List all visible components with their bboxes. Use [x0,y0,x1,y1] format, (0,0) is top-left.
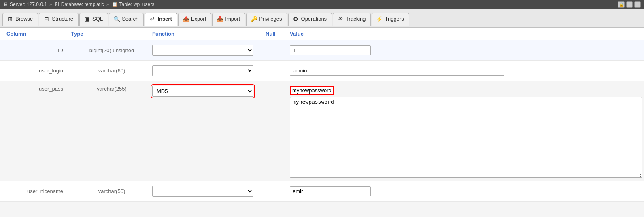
tab-privileges[interactable]: 🔑Privileges [246,13,287,26]
tab-search[interactable]: 🔍Search [109,13,144,26]
col-header-function: Function [152,31,266,37]
row-id-value-cell [290,45,638,55]
tab-sql[interactable]: ▣SQL [79,13,108,26]
row-user-login-value-cell [290,66,638,76]
row-user-login-value-input[interactable] [290,66,504,76]
tab-browse-label: Browse [15,16,33,22]
server-icon: 🖥 [3,2,8,7]
tab-import-label: Import [225,16,240,22]
privileges-icon: 🔑 [251,16,257,22]
row-user-nicename-value-cell [290,186,638,196]
col-header-null: Null [266,31,290,37]
row-user-pass-function-select[interactable]: NONEMD5AES_ENCRYPTSHA1SHA2PASSWORDENCRYP… [152,86,253,97]
row-user-login-function-cell: NONEMD5AES_ENCRYPTSHA1SHA2PASSWORDENCRYP… [152,65,266,76]
tab-structure[interactable]: ⊟Structure [39,13,79,26]
insert-icon: ↵ [149,16,155,22]
rows-container: IDbigint(20) unsignedNONEMD5AES_ENCRYPTS… [0,40,644,202]
search-icon: 🔍 [113,16,120,22]
row-user-pass-value-textarea[interactable] [290,97,642,178]
tab-operations-label: Operations [301,16,327,22]
row-user-pass-type: varchar(255) [71,86,152,92]
row-user-login-function-select[interactable]: NONEMD5AES_ENCRYPTSHA1SHA2PASSWORDENCRYP… [152,65,253,76]
tab-structure-label: Structure [52,16,73,22]
tab-insert-label: Insert [157,16,172,22]
tab-sql-label: SQL [92,16,103,22]
row-id-value-input[interactable] [290,45,371,55]
tab-bar: ⊞Browse⊟Structure▣SQL🔍Search↵Insert📤Expo… [0,9,644,28]
close-button[interactable]: ✕ [634,1,641,8]
sql-icon: ▣ [84,16,90,22]
row-user-pass-column-name: user_pass [6,86,71,92]
tab-tracking[interactable]: 👁Tracking [333,13,371,26]
row-id-column-name: ID [6,47,71,53]
triggers-icon: ⚡ [376,16,383,22]
row-user-pass-value-highlighted: mynewpassword [290,86,334,95]
tab-export[interactable]: 📤Export [178,13,212,26]
lock-button[interactable]: 🔒 [618,1,625,8]
db-icon: 🗄 [55,2,60,7]
title-bar: 🖥 Server: 127.0.0.1 » 🗄 Database: templa… [0,0,644,9]
row-user-nicename-function-cell: NONEMD5AES_ENCRYPTSHA1SHA2PASSWORDENCRYP… [152,186,266,197]
tab-operations[interactable]: ⚙Operations [288,13,332,26]
server-label: Server: 127.0.0.1 [10,2,47,7]
table-row: IDbigint(20) unsignedNONEMD5AES_ENCRYPTS… [0,40,644,61]
window-controls: 🔒 ⚙ ✕ [618,1,641,8]
col-header-column: Column [6,31,71,37]
table-row: user_passvarchar(255)NONEMD5AES_ENCRYPTS… [0,81,644,181]
tracking-icon: 👁 [337,16,344,22]
tab-export-label: Export [191,16,206,22]
row-user-pass-function-cell: NONEMD5AES_ENCRYPTSHA1SHA2PASSWORDENCRYP… [152,86,266,97]
col-header-type: Type [71,31,152,37]
tab-import[interactable]: 📥Import [212,13,245,26]
col-header-value: Value [290,31,638,37]
table-label: Table: wp_users [119,2,155,7]
import-icon: 📥 [217,16,223,22]
tab-insert[interactable]: ↵Insert [145,13,177,26]
row-id-function-cell: NONEMD5AES_ENCRYPTSHA1SHA2PASSWORDENCRYP… [152,45,266,56]
pass-value-wrapper: mynewpassword [290,86,642,178]
database-label: Database: templatic [61,2,104,7]
row-id-type: bigint(20) unsigned [71,47,152,53]
column-headers: Column Type Function Null Value [0,28,644,40]
tab-search-label: Search [122,16,138,22]
row-user-nicename-function-select[interactable]: NONEMD5AES_ENCRYPTSHA1SHA2PASSWORDENCRYP… [152,186,253,197]
settings-button[interactable]: ⚙ [626,1,633,8]
tab-triggers-label: Triggers [385,16,404,22]
row-user-login-type: varchar(60) [71,68,152,74]
tab-triggers[interactable]: ⚡Triggers [372,13,409,26]
tab-browse[interactable]: ⊞Browse [2,13,38,26]
structure-icon: ⊟ [43,16,50,22]
browse-icon: ⊞ [7,16,13,22]
export-icon: 📤 [183,16,189,22]
table-icon: 📋 [112,2,118,7]
operations-icon: ⚙ [293,16,299,22]
row-user-nicename-value-input[interactable] [290,186,371,196]
table-row: user_nicenamevarchar(50)NONEMD5AES_ENCRY… [0,181,644,202]
row-id-function-select[interactable]: NONEMD5AES_ENCRYPTSHA1SHA2PASSWORDENCRYP… [152,45,253,56]
row-user-login-column-name: user_login [6,68,71,74]
tab-tracking-label: Tracking [346,16,366,22]
row-user-pass-value-cell: mynewpassword [290,86,642,178]
table-row: user_loginvarchar(60)NONEMD5AES_ENCRYPTS… [0,61,644,81]
tab-privileges-label: Privileges [259,16,282,22]
row-user-nicename-column-name: user_nicename [6,188,71,194]
row-user-nicename-type: varchar(50) [71,188,152,194]
